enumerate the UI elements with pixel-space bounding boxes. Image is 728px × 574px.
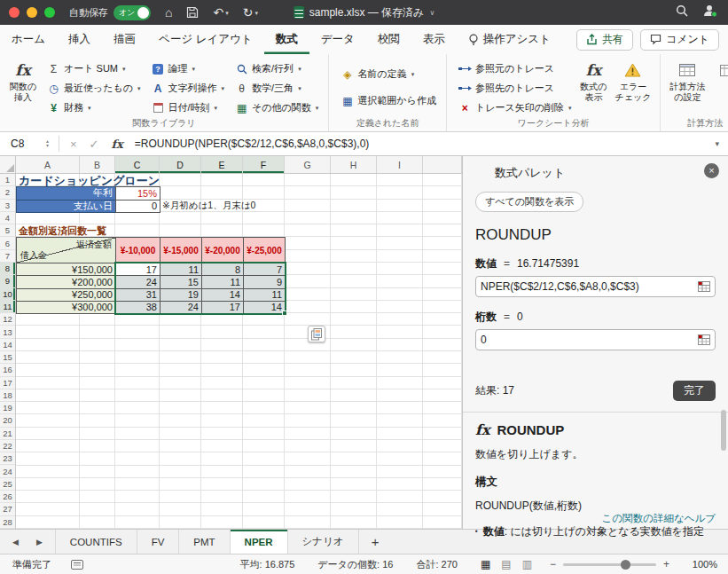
zoom-in-icon[interactable]: + [663,558,669,570]
column-header-I[interactable]: I [377,156,423,173]
cell-F8[interactable]: 7 [243,263,286,276]
paste-options-button[interactable] [308,326,325,342]
row-header-19[interactable]: 19 [0,402,15,414]
add-sheet-button[interactable]: + [359,530,392,554]
remove-arrows-button[interactable]: × トレース矢印の削除 ▾ [454,98,576,117]
row-header-22[interactable]: 22 [0,440,15,452]
cell-D3[interactable]: ※月初めは1、月末は0 [160,200,378,213]
sheet-tab-COUNTIFS[interactable]: COUNTIFS [55,530,137,554]
cell-C3[interactable]: 0 [115,200,160,213]
close-pane-button[interactable]: × [704,163,719,178]
row-header-5[interactable]: 5 [0,224,15,237]
pane-scrollbar[interactable] [721,410,726,451]
row-header-4[interactable]: 4 [0,212,15,224]
error-check-button[interactable]: エラー チェック [611,57,654,102]
prev-sheet-icon[interactable]: ◀ [12,538,19,546]
cancel-icon[interactable]: × [70,138,77,151]
share-button[interactable]: 共有 [576,29,633,51]
account-icon[interactable] [702,4,717,21]
define-name-button[interactable]: ◈ 名前の定義 ▾ [336,65,441,83]
insert-function-button[interactable]: fx 関数の 挿入 [5,57,41,102]
arg-digits-input[interactable]: 0 [475,329,716,350]
row-header-25[interactable]: 25 [0,478,15,491]
cell-D9[interactable]: 15 [160,275,202,288]
create-from-selection-button[interactable]: ▦ 選択範囲から作成 [336,91,441,110]
tab-page-layout[interactable]: ページ レイアウト [147,25,264,54]
cell-F10[interactable]: 11 [243,288,286,302]
function-help-link[interactable]: この関数の詳細なヘルプ [597,512,716,525]
page-break-view-icon[interactable]: ▥ [522,558,532,570]
more-functions-button[interactable]: ▦ その他の関数 ▾ [231,98,323,117]
lookup-button[interactable]: 検索/行列 ▾ [231,59,323,78]
cell-A5[interactable]: 金額別返済回数一覧 [16,224,202,238]
row-header-24[interactable]: 24 [0,465,15,477]
recent-functions-button[interactable]: ◷ 最近使ったもの ▾ [43,79,145,98]
cell-E10[interactable]: 14 [201,288,244,302]
redo-button[interactable]: ↻ [243,6,254,19]
row-header-20[interactable]: 20 [0,414,15,427]
tab-review[interactable]: 校閲 [366,25,411,54]
range-selector-icon[interactable] [698,281,710,292]
column-header-H[interactable]: H [331,156,377,173]
cell-F11[interactable]: 14 [243,301,286,314]
toolbar-overflow-icon[interactable]: ▾ [254,10,258,16]
show-all-functions-button[interactable]: すべての関数を表示 [475,192,583,212]
column-header-B[interactable]: B [80,156,115,173]
cell-A11[interactable]: ¥300,000 [16,301,116,314]
minimize-window-button[interactable] [27,7,37,18]
formula-input[interactable]: =ROUNDUP(NPER($C$2/12,C$6,$A8,0,$C$3),0) [135,138,716,150]
calculation-options-button[interactable]: 計算方法 の設定 [666,57,708,102]
cell-C8[interactable]: 17 [115,263,160,276]
cell-E9[interactable]: 11 [201,275,244,288]
row-header-17[interactable]: 17 [0,377,15,389]
cell-C10[interactable]: 31 [115,288,160,302]
search-icon[interactable] [676,4,688,20]
row-header-15[interactable]: 15 [0,351,15,364]
cell-D11[interactable]: 24 [160,301,202,314]
normal-view-icon[interactable]: ▦ [481,558,490,570]
tab-home[interactable]: ホーム [0,25,57,54]
enter-icon[interactable]: ✓ [90,138,99,151]
fill-handle[interactable] [282,311,287,316]
show-formulas-button[interactable]: fx 数式の 表示 [575,57,611,102]
autosave-toggle[interactable]: オン [114,5,151,20]
tab-view[interactable]: 表示 [411,25,457,54]
tell-me-assistant[interactable]: 操作アシスト [457,32,562,47]
row-header-11[interactable]: 11 [0,301,15,313]
trace-dependents-button[interactable]: 参照先のトレース [454,79,576,98]
cell-A8[interactable]: ¥150,000 [16,263,116,276]
row-header-3[interactable]: 3 [0,200,15,212]
cell-A3[interactable]: 支払い日 [16,200,116,213]
zoom-out-icon[interactable]: − [550,558,556,570]
sheet-tab-NPER[interactable]: NPER [231,530,288,554]
cell-E11[interactable]: 17 [201,301,244,314]
column-header-G[interactable]: G [285,156,331,173]
column-header-blank[interactable] [423,156,462,173]
column-header-D[interactable]: D [160,156,201,173]
cell-D6[interactable]: ¥-15,000 [160,237,202,263]
zoom-level[interactable]: 100% [680,559,717,570]
logical-button[interactable]: ? 論理 ▾ [147,59,230,78]
column-header-C[interactable]: C [115,156,160,173]
column-header-F[interactable]: F [243,156,285,173]
cells[interactable]: カードショッピングローン年利15%支払い日0※月初めは1、月末は0金額別返済回数… [16,174,462,529]
row-header-18[interactable]: 18 [0,389,15,402]
cell-E6[interactable]: ¥-20,000 [201,237,244,263]
row-header-28[interactable]: 28 [0,516,15,529]
column-header-E[interactable]: E [201,156,243,173]
row-header-27[interactable]: 27 [0,503,15,515]
financial-button[interactable]: ¥ 財務 ▾ [43,98,145,117]
row-header-16[interactable]: 16 [0,364,15,376]
cell-C6[interactable]: ¥-10,000 [115,237,160,263]
row-header-2[interactable]: 2 [0,186,15,199]
autosum-button[interactable]: Σ オート SUM ▾ [43,59,145,78]
cell-F6[interactable]: ¥-25,000 [243,237,286,263]
row-header-23[interactable]: 23 [0,452,15,465]
row-header-21[interactable]: 21 [0,428,15,440]
calculate-now-button[interactable] [708,57,728,81]
cell-E8[interactable]: 8 [201,263,244,276]
math-trig-button[interactable]: θ 数学/三角 ▾ [231,79,323,98]
zoom-slider-knob[interactable] [621,560,630,570]
datetime-button[interactable]: 日付/時刻 ▾ [147,98,230,117]
arg-number-input[interactable]: NPER($C$2/12,C$6,$A8,0,$C$3) [475,276,716,297]
